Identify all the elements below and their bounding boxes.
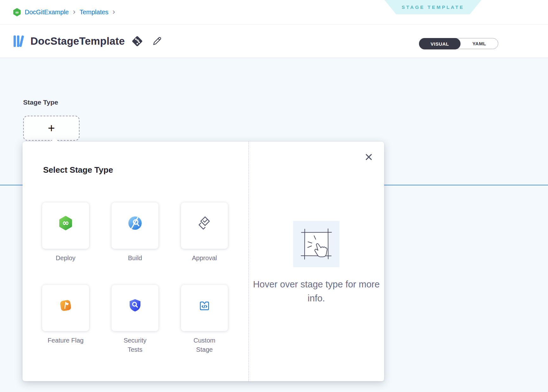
stage-type-label-approval: Approval	[186, 254, 222, 263]
stage-type-grid: ∞DeployBuildApprovalFeature FlagSecurity…	[42, 202, 228, 354]
breadcrumb-link-templates[interactable]: Templates	[80, 9, 108, 16]
stage-type-deploy: ∞Deploy	[42, 202, 89, 263]
stage-type-card-feature_flag[interactable]	[42, 285, 89, 331]
add-stage-button[interactable]: +	[23, 116, 80, 141]
stage-type-label-feature_flag: Feature Flag	[48, 336, 84, 345]
stage-type-custom_stage: Custom Stage	[181, 285, 228, 354]
template-library-icon	[13, 34, 25, 49]
toggle-visual[interactable]: VISUAL	[419, 38, 461, 49]
stage-type-label-deploy: Deploy	[48, 254, 84, 263]
modal-title: Select Stage Type	[43, 165, 113, 175]
edit-pencil-icon[interactable]	[151, 35, 163, 47]
stage-type-label-custom_stage: Custom Stage	[186, 336, 222, 354]
stage-type-label-build: Build	[117, 254, 153, 263]
stage-type-card-approval[interactable]	[181, 202, 228, 249]
stage-type-card-build[interactable]	[112, 202, 158, 249]
stage-type-build: Build	[112, 202, 158, 263]
toggle-yaml[interactable]: YAML	[461, 38, 498, 49]
stage-template-badge: STAGE TEMPLATE	[384, 0, 481, 14]
chevron-right-icon: ›	[72, 8, 76, 17]
chevron-right-icon: ›	[112, 8, 116, 17]
close-icon	[364, 153, 373, 161]
stage-type-security_tests: Security Tests	[112, 285, 158, 354]
svg-text:∞: ∞	[62, 218, 69, 228]
security-tests-icon	[127, 298, 143, 313]
page: ∞ DocGitExample › Templates › STAGE TEMP…	[0, 0, 548, 392]
svg-text:∞: ∞	[15, 10, 19, 15]
stage-type-label-security_tests: Security Tests	[117, 336, 153, 354]
harness-project-icon: ∞	[13, 8, 21, 16]
stage-type-card-security_tests[interactable]	[112, 285, 158, 331]
breadcrumb-link-project[interactable]: DocGitExample	[25, 9, 69, 16]
stage-type-feature_flag: Feature Flag	[42, 285, 89, 354]
custom-stage-icon	[197, 298, 212, 313]
stage-type-label: Stage Type	[23, 99, 58, 106]
git-remote-icon	[131, 35, 143, 47]
build-icon	[127, 215, 143, 231]
select-stage-type-modal: Select Stage Type ∞DeployBuildApprovalFe…	[23, 142, 384, 381]
approval-icon	[197, 215, 212, 231]
stage-type-card-deploy[interactable]: ∞	[42, 202, 89, 249]
stage-type-approval: Approval	[181, 202, 228, 263]
title-bar: DocStageTemplate VISUAL YAML	[0, 25, 548, 58]
feature-flag-icon	[58, 298, 73, 313]
visual-yaml-toggle: VISUAL YAML	[419, 38, 498, 49]
plus-icon: +	[48, 121, 55, 135]
stage-type-card-custom_stage[interactable]	[181, 285, 228, 331]
page-title: DocStageTemplate	[30, 35, 125, 47]
modal-divider	[248, 142, 249, 381]
info-hint-text: Hover over stage type for more info.	[248, 277, 384, 305]
deploy-icon: ∞	[58, 215, 73, 231]
click-stage-illustration	[293, 221, 339, 267]
close-button[interactable]	[364, 152, 373, 162]
